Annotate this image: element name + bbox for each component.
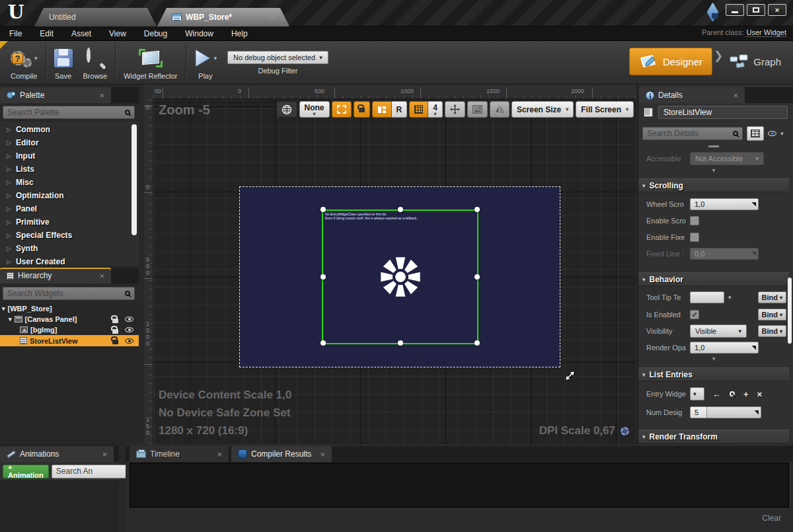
browse-to-asset-icon[interactable] [730,391,735,397]
screen-size-dropdown[interactable]: Screen Size ▾ [511,101,574,118]
play-button[interactable]: ▾ Play [189,44,223,83]
chevron-expanded-icon[interactable]: ▾ [2,305,5,312]
outline-toggle-button[interactable] [332,101,352,118]
menu-help[interactable]: Help [231,29,248,38]
chevron-down-icon[interactable]: ▾ [780,130,784,137]
num-designer-spinbox[interactable]: 5 [690,406,761,418]
palette-category-panel[interactable]: ▷Panel [1,202,127,215]
animations-list-empty[interactable] [0,480,119,532]
palette-scrollbar[interactable] [132,124,137,235]
close-icon[interactable]: × [102,450,107,459]
tutorials-icon[interactable] [706,5,723,21]
resize-handle-bottom[interactable] [398,340,403,346]
clear-log-button[interactable]: Clear [762,513,781,523]
palette-category-synth[interactable]: ▷Synth [1,242,127,255]
palette-search[interactable] [3,106,135,119]
respect-locks-button[interactable]: R [392,101,408,118]
canvas-viewport[interactable]: Zoom -5 None ▾ [153,99,636,444]
wheel-scroll-field[interactable]: 1,0 [690,198,759,210]
close-button[interactable]: × [768,4,786,16]
widget-name-field[interactable]: StoreListView [658,106,788,119]
menu-debug[interactable]: Debug [144,29,167,38]
palette-category-lists[interactable]: ▷Lists [1,163,127,176]
chevron-down-icon[interactable]: ▾ [728,294,732,301]
details-scrollbar[interactable] [788,278,792,344]
palette-category-misc[interactable]: ▷Misc [1,176,127,189]
close-icon[interactable]: × [217,450,222,459]
dpi-settings-gear-icon[interactable] [621,427,629,436]
palette-category-user-created[interactable]: ▷User Created [1,255,127,266]
tooltip-text-field[interactable] [690,291,724,303]
add-element-icon[interactable]: + [743,389,749,399]
hierarchy-item-storelistview-selected[interactable]: StoreListView [0,335,139,346]
section-list-entries[interactable]: ▾ List Entries [638,367,789,381]
resize-handle-bottomright[interactable] [474,340,480,346]
tab-palette[interactable]: Palette × [0,87,111,103]
collapsed-splitter-grip[interactable] [708,145,719,147]
resize-handle-bottomleft[interactable] [321,340,326,346]
tab-animations[interactable]: Animations × [0,446,114,462]
tooltip-bind-button[interactable]: Bind▾ [758,291,786,303]
browse-button[interactable]: Browse [78,44,113,83]
palette-category-primitive[interactable]: ▷Primitive [1,215,127,229]
preview-background-button[interactable] [467,101,488,118]
section-collapse-chevron[interactable]: ▾ [638,355,789,362]
lock-widgets-button[interactable] [354,101,370,118]
graph-mode-button[interactable]: Graph [724,48,786,75]
palette-category-input[interactable]: ▷Input [1,149,127,163]
asset-tab-wbp-store[interactable]: WBP_Store* × [157,8,289,26]
use-selected-asset-icon[interactable]: ← [712,389,721,399]
close-icon[interactable]: × [320,450,325,459]
resize-handle-topleft[interactable] [321,207,326,212]
palette-category-special-effects[interactable]: ▷Special Effects [1,229,127,242]
details-search[interactable] [642,127,743,140]
visibility-eye-icon[interactable] [125,327,133,332]
hierarchy-search[interactable] [3,287,135,300]
chevron-down-icon[interactable]: ▾ [34,55,38,61]
tab-compiler-results[interactable]: Compiler Results × [231,446,332,462]
accessible-dropdown[interactable]: Not Accessible ▾ [690,152,764,165]
palette-category-editor[interactable]: ▷Editor [1,136,127,149]
asset-tab-untitled[interactable]: Untitled [34,8,157,26]
add-animation-button[interactable]: + Animation [3,465,49,478]
designer-mode-button[interactable]: Designer [629,48,712,75]
view-options-eye-icon[interactable] [768,131,776,136]
resize-handle-topright[interactable] [474,207,480,212]
maximize-button[interactable] [747,4,765,16]
is-enabled-checkbox[interactable]: ✓ [690,310,699,319]
compiler-results-log[interactable] [130,463,789,508]
property-matrix-button[interactable] [747,126,764,141]
menu-edit[interactable]: Edit [40,29,54,38]
hierarchy-search-input[interactable] [7,289,121,298]
section-scrolling[interactable]: ▾ Scrolling [638,178,789,192]
visibility-eye-icon[interactable] [125,338,133,344]
flip-preview-button[interactable] [490,101,510,118]
palette-category-optimization[interactable]: ▷Optimization [1,189,127,202]
close-icon[interactable]: × [270,13,275,22]
chevron-expanded-icon[interactable]: ▾ [9,316,12,323]
visibility-bind-button[interactable]: Bind▾ [758,325,786,337]
localization-preview-button[interactable] [276,101,297,118]
lock-icon[interactable] [112,329,118,334]
widget-preview-area[interactable]: No EntryWidgetClass specified on this li… [239,186,560,367]
lock-icon[interactable] [112,340,118,344]
details-search-input[interactable] [647,129,729,138]
section-behavior[interactable]: ▾ Behavior [638,272,789,286]
clear-value-icon[interactable]: × [757,389,763,399]
enable-scroll-checkbox[interactable] [690,216,699,225]
is-enabled-bind-button[interactable]: Bind▾ [758,309,786,321]
storelistview-selection-rect[interactable]: No EntryWidgetClass specified on this li… [322,209,478,344]
fixed-line-field[interactable]: 0,0 [690,248,759,260]
tab-details[interactable]: Details × [639,87,745,103]
resize-handle-left[interactable] [321,274,326,280]
enable-fixed-checkbox[interactable] [690,233,699,242]
menu-window[interactable]: Window [185,29,213,38]
hierarchy-item-bgimg[interactable]: [bgImg] [0,324,139,335]
save-button[interactable]: Save [49,44,78,83]
visibility-dropdown[interactable]: Visible ▾ [690,324,747,338]
resize-handle-right[interactable] [474,274,480,280]
close-icon[interactable]: × [99,91,104,100]
menu-asset[interactable]: Asset [71,29,91,38]
tab-timeline[interactable]: Timeline × [130,446,229,462]
grid-snap-size-dropdown[interactable]: 4 ▾ [428,101,443,118]
